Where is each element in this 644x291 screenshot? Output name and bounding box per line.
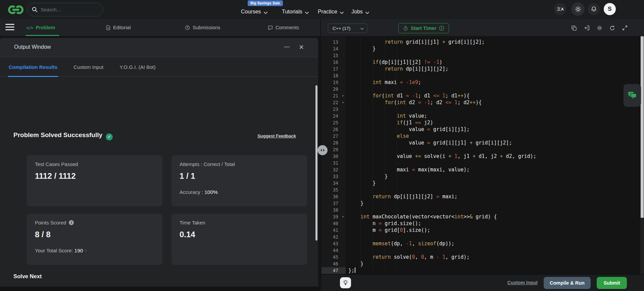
line-number: 14 xyxy=(333,45,338,52)
gutter-line: 37 xyxy=(321,200,346,207)
gutter-line: 42 xyxy=(321,234,346,240)
theme-toggle-button[interactable] xyxy=(571,2,585,16)
code-line xyxy=(348,160,640,166)
code-line: } xyxy=(348,45,640,52)
minimize-icon[interactable]: — xyxy=(284,43,290,50)
line-number: 24 xyxy=(333,113,338,119)
code-line: } xyxy=(348,200,640,207)
check-circle-icon: ✓ xyxy=(106,133,113,140)
translate-button[interactable]: 文A xyxy=(554,3,566,15)
lightbulb-icon xyxy=(342,280,349,286)
editor-footer: Custom Input Compile & Run Submit xyxy=(321,274,644,291)
submit-button[interactable]: Submit xyxy=(597,277,627,289)
line-number: 26 xyxy=(333,126,338,133)
line-number: 31 xyxy=(333,160,338,166)
chat-bubbles-icon xyxy=(627,91,637,100)
line-number: 45 xyxy=(333,254,338,260)
stopwatch-icon xyxy=(403,26,408,31)
code-line xyxy=(348,207,640,213)
code-line: value += solve(i + 1, j1 + d1, j2 + d2, … xyxy=(348,153,640,160)
line-number: 17 xyxy=(333,66,338,72)
gutter-line: 23 xyxy=(321,106,346,113)
line-number: 21 xyxy=(333,92,338,99)
notifications-button[interactable] xyxy=(588,3,600,15)
editor-gutter: 131415161718192021▾22▾232425262728293031… xyxy=(321,36,346,274)
card-label: Test Cases Passed xyxy=(35,161,78,167)
editor-settings-button[interactable] xyxy=(596,25,603,31)
chat-assistant-tab[interactable] xyxy=(624,84,641,107)
line-number: 44 xyxy=(333,247,338,254)
card-value: 1112 / 1112 xyxy=(35,171,154,181)
menu-courses[interactable]: Big Savings SaleCourses xyxy=(241,0,267,19)
menu-label: Courses xyxy=(241,9,261,15)
editor-code-area[interactable]: return grid[i][j1] + grid[i][j2]; } if(d… xyxy=(346,36,640,274)
info-icon[interactable]: i xyxy=(69,220,74,225)
card-label-row: Attempts : Correct / Total xyxy=(180,161,299,167)
line-number: 33 xyxy=(333,173,338,180)
code-editor[interactable]: 131415161718192021▾22▾232425262728293031… xyxy=(321,36,644,274)
gutter-line: 31 xyxy=(321,160,346,166)
reset-code-button[interactable] xyxy=(609,25,615,31)
comment-icon xyxy=(268,25,273,30)
editor-scrollbar[interactable] xyxy=(641,36,644,218)
fold-caret-icon[interactable]: ▾ xyxy=(342,92,344,99)
sale-badge: Big Savings Sale xyxy=(248,0,283,6)
output-window-tabs: Compilation ResultsCustom InputY.O.G.I. … xyxy=(0,57,318,77)
close-icon[interactable]: ✕ xyxy=(299,43,304,51)
menu-jobs[interactable]: Jobs xyxy=(351,0,369,19)
output-panel-scrollbar[interactable] xyxy=(315,85,317,241)
gutter-line: 13 xyxy=(321,39,346,45)
code-line xyxy=(348,247,640,254)
play-circle-icon xyxy=(439,26,444,31)
tab-submissions[interactable]: Submissions xyxy=(185,19,220,36)
hint-button[interactable] xyxy=(340,277,351,288)
user-avatar[interactable]: S xyxy=(604,3,616,15)
gfg-problem-page: { "navbar": { "search_placeholder": "Sea… xyxy=(0,0,644,291)
gutter-line: 43 xyxy=(321,240,346,247)
line-number: 46 xyxy=(333,260,338,267)
code-line: for(int d2 = -1; d2 <= 1; d2++){ xyxy=(348,99,640,106)
chevron-down-icon xyxy=(264,12,267,15)
gutter-line: 33 xyxy=(321,173,346,180)
start-timer-button[interactable]: Start Timer xyxy=(398,23,449,33)
code-line: if(dp[i][j1][j2] != -1) xyxy=(348,59,640,66)
status-text: Problem Solved Successfully xyxy=(13,131,102,138)
fullscreen-button[interactable] xyxy=(622,25,628,31)
card-label: Attempts : Correct / Total xyxy=(180,161,235,167)
suggest-feedback-link[interactable]: Suggest Feedback xyxy=(257,133,296,138)
tab-editorial[interactable]: Editorial xyxy=(106,19,131,36)
output-tab-y-o-g-i-ai-bot[interactable]: Y.O.G.I. (AI Bot) xyxy=(119,57,156,77)
gutter-line: 19 xyxy=(321,79,346,86)
compile-run-button[interactable]: Compile & Run xyxy=(544,277,591,289)
card-value: 8 / 8 xyxy=(35,230,154,239)
line-number: 25 xyxy=(333,119,338,126)
gutter-line: 44 xyxy=(321,247,346,254)
arrow-up-icon: ↑ xyxy=(85,248,87,253)
copy-code-button[interactable] xyxy=(571,25,577,31)
sun-icon xyxy=(575,6,581,12)
import-code-button[interactable] xyxy=(583,25,590,31)
tab-comments[interactable]: Comments xyxy=(268,19,299,36)
menu-tutorials[interactable]: Tutorials xyxy=(282,0,309,19)
panel-resize-handle[interactable] xyxy=(317,145,328,155)
clock-icon xyxy=(185,25,190,30)
code-line xyxy=(348,106,640,113)
fold-caret-icon[interactable]: ▾ xyxy=(342,213,344,220)
line-number: 38 xyxy=(333,207,338,213)
gutter-line: 27 xyxy=(321,133,346,139)
hamburger-menu-icon[interactable] xyxy=(5,24,14,31)
chevron-down-icon xyxy=(340,12,344,15)
fold-caret-icon[interactable]: ▾ xyxy=(342,99,344,106)
custom-input-link[interactable]: Custom Input xyxy=(507,280,538,285)
output-tab-compilation-results[interactable]: Compilation Results xyxy=(8,57,58,77)
code-line xyxy=(348,146,640,153)
code-line: memset(dp, -1, sizeof(dp)); xyxy=(348,240,640,247)
language-selector[interactable]: C++ (17) xyxy=(328,24,367,33)
menu-practice[interactable]: Practice xyxy=(318,0,344,19)
code-line: }; xyxy=(348,267,640,274)
line-number: 35 xyxy=(333,186,338,193)
output-tab-custom-input[interactable]: Custom Input xyxy=(73,57,104,77)
tab-problem[interactable]: </>Problem xyxy=(26,19,55,36)
gutter-line: 47 xyxy=(321,267,346,274)
gutter-line: 45 xyxy=(321,254,346,260)
